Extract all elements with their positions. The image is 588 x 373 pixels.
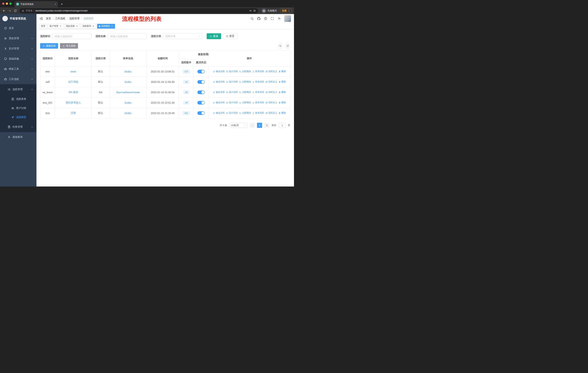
action-delete-link[interactable]: 删除	[279, 111, 286, 115]
sidebar-item-user-group[interactable]: 用户分组	[0, 104, 36, 113]
sidebar-item-home[interactable]: 首页	[0, 23, 36, 33]
process-name-link[interactable]: 自己审批	[68, 80, 78, 83]
minimize-window-button[interactable]	[6, 2, 8, 5]
sidebar-item-process-model[interactable]: 流程模型	[0, 113, 36, 122]
form-link[interactable]: biubiu	[125, 112, 131, 115]
close-tab-icon[interactable]: ×	[55, 3, 56, 6]
action-edit-link[interactable]: 修改流程	[213, 80, 225, 83]
help-icon[interactable]	[264, 17, 267, 20]
action-definition-link[interactable]: 流程定义	[265, 101, 277, 104]
action-edit-link[interactable]: 修改流程	[213, 91, 225, 94]
tag-process-model[interactable]: 流程模型×	[97, 24, 115, 29]
close-window-button[interactable]	[2, 2, 4, 5]
next-page-button[interactable]	[264, 123, 269, 128]
security-label[interactable]: 不安全	[26, 9, 33, 12]
tag-tenant[interactable]: 租户管理×	[48, 24, 63, 29]
tag-my-process[interactable]: 我的流程×	[64, 24, 80, 29]
action-definition-link[interactable]: 流程定义	[265, 91, 277, 94]
close-tag-icon[interactable]: ×	[59, 25, 62, 28]
url-bar[interactable]: 不安全 dashboard.yudao.iocoder.cn/bpm/manag…	[20, 8, 258, 13]
update-button[interactable]: 更新	[280, 8, 292, 13]
action-edit-link[interactable]: 修改流程	[213, 101, 225, 104]
active-toggle[interactable]	[197, 111, 205, 115]
sidebar-item-workflow[interactable]: 工作流程	[0, 74, 36, 84]
action-design-link[interactable]: 设计流程	[226, 70, 238, 73]
form-link[interactable]: /bpm/oa/leave/create	[116, 91, 140, 94]
import-process-button[interactable]: 导入流程	[60, 43, 78, 49]
tag-process-form[interactable]: 流程表单×	[81, 24, 96, 29]
search-icon[interactable]	[251, 17, 254, 20]
process-name-link[interactable]: OA 请假	[69, 91, 78, 94]
action-delete-link[interactable]: 删除	[279, 91, 286, 94]
action-assign-link[interactable]: 分配规则	[239, 70, 251, 73]
kebab-menu-icon[interactable]	[288, 9, 290, 12]
refresh-table-button[interactable]	[285, 43, 290, 49]
action-delete-link[interactable]: 删除	[279, 80, 286, 83]
action-edit-link[interactable]: 修改流程	[213, 70, 225, 73]
action-publish-link[interactable]: 发布流程	[252, 101, 264, 104]
form-link[interactable]: biubiu	[125, 101, 131, 104]
user-avatar[interactable]	[284, 15, 291, 22]
sidebar-item-process-mgmt[interactable]: 流程管理	[0, 84, 36, 94]
toggle-search-button[interactable]	[278, 43, 283, 49]
sidebar-item-process-form[interactable]: 流程表单	[0, 94, 36, 104]
form-link[interactable]: biubiu	[125, 81, 131, 83]
page-size-select[interactable]: 10条/页	[229, 123, 248, 128]
action-delete-link[interactable]: 删除	[279, 101, 286, 104]
action-design-link[interactable]: 设计流程	[226, 111, 238, 115]
action-assign-link[interactable]: 分配规则	[239, 91, 251, 94]
process-name-link[interactable]: 测试多审批人	[66, 101, 81, 104]
create-process-button[interactable]: 新建流程	[40, 43, 58, 49]
browser-tab[interactable]: 芋道管理系统 ×	[15, 1, 58, 7]
search-button[interactable]: 搜索	[207, 33, 221, 39]
action-design-link[interactable]: 设计流程	[226, 80, 238, 83]
action-publish-link[interactable]: 发布流程	[252, 111, 264, 115]
back-icon[interactable]	[1, 8, 6, 13]
action-publish-link[interactable]: 发布流程	[252, 70, 264, 73]
goto-page-input[interactable]	[279, 123, 286, 128]
form-link[interactable]: biubiu	[125, 70, 131, 73]
github-icon[interactable]	[257, 17, 261, 20]
process-key-input[interactable]	[52, 33, 92, 39]
close-tag-icon[interactable]: ×	[76, 25, 78, 28]
close-tag-icon[interactable]: ×	[111, 25, 113, 28]
close-tag-icon[interactable]: ×	[92, 25, 94, 28]
action-design-link[interactable]: 设计流程	[226, 101, 238, 104]
action-definition-link[interactable]: 流程定义	[265, 111, 277, 115]
action-edit-link[interactable]: 修改流程	[213, 111, 225, 115]
process-category-select[interactable]: 流程分类	[163, 33, 203, 39]
font-size-icon[interactable]	[277, 17, 281, 20]
action-definition-link[interactable]: 流程定义	[265, 70, 277, 73]
breadcrumb-item[interactable]: 首页	[46, 17, 51, 20]
active-toggle[interactable]	[197, 91, 205, 94]
action-definition-link[interactable]: 流程定义	[265, 80, 277, 83]
sidebar-item-system[interactable]: 系统管理	[0, 33, 36, 43]
fullscreen-icon[interactable]	[271, 17, 274, 20]
sidebar-item-devtools[interactable]: 研发工具	[0, 64, 36, 74]
reset-button[interactable]: 重置	[223, 33, 237, 39]
process-name-input[interactable]	[107, 33, 147, 39]
fold-menu-icon[interactable]	[39, 17, 43, 20]
sidebar-item-payment[interactable]: 支付管理	[0, 43, 36, 54]
tag-home[interactable]: 首页	[39, 24, 47, 29]
process-name-link[interactable]: 滔博	[71, 111, 76, 114]
action-design-link[interactable]: 设计流程	[226, 91, 238, 94]
key-icon[interactable]	[249, 9, 252, 12]
reload-icon[interactable]	[13, 8, 18, 13]
forward-icon[interactable]	[7, 8, 12, 13]
active-toggle[interactable]	[197, 101, 205, 105]
zoom-window-button[interactable]	[10, 2, 12, 5]
prev-page-button[interactable]	[250, 123, 255, 128]
action-publish-link[interactable]: 发布流程	[252, 80, 264, 83]
page-number-button[interactable]: 1	[257, 123, 262, 128]
action-publish-link[interactable]: 发布流程	[252, 91, 264, 94]
new-tab-button[interactable]: +	[59, 1, 64, 7]
sidebar-item-infra[interactable]: 基础设施	[0, 54, 36, 64]
active-toggle[interactable]	[197, 80, 205, 84]
sidebar-item-leave-query[interactable]: 请假查询	[0, 132, 36, 142]
process-name-link[interactable]: eeee	[70, 70, 76, 73]
action-delete-link[interactable]: 删除	[279, 70, 286, 73]
sidebar-item-task-mgmt[interactable]: 任务管理	[0, 122, 36, 132]
app-logo[interactable]: 芋道管理系统	[0, 14, 36, 23]
breadcrumb-item[interactable]: 工作流程	[55, 17, 65, 20]
